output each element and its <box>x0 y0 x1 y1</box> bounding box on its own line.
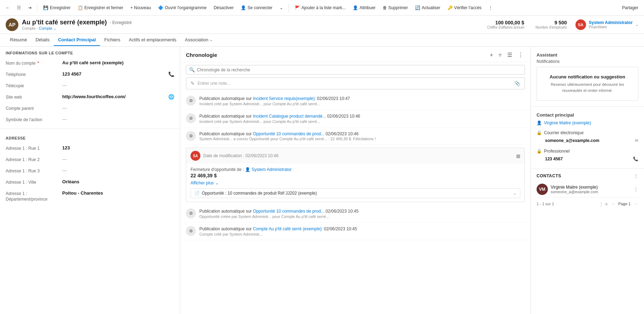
timeline-actions: + ▿ ☰ ⋮ <box>488 51 525 59</box>
tab-association[interactable]: Association ⌄ <box>181 34 217 46</box>
contact-card-more-button[interactable]: ⋮ <box>633 186 638 192</box>
contact-link[interactable]: 👤 Virginie Maitre (exemple) <box>537 120 638 125</box>
search-input[interactable] <box>197 67 522 72</box>
share-button[interactable]: Partager <box>619 4 641 12</box>
grid-icon: ☷ <box>17 5 21 10</box>
pagination-first-button[interactable]: ❘◄ <box>598 200 609 207</box>
save-close-icon: 📋 <box>78 5 83 10</box>
employees-label: Nombre d'employés <box>535 25 567 29</box>
deactivate-button[interactable]: Désactiver <box>211 4 236 12</box>
view-button[interactable]: ☷ <box>14 4 24 12</box>
contact-principal-title: Contact principal <box>537 112 638 118</box>
globe-icon[interactable]: 🌐 <box>168 94 174 100</box>
tab-actifs[interactable]: Actifs et emplacements <box>125 34 181 46</box>
tab-details[interactable]: Détails <box>31 34 54 46</box>
assign-icon: 👤 <box>353 5 358 10</box>
link-chevron-icon[interactable]: ⌄ <box>513 191 516 196</box>
record-title-area: Au p'tit café serré (exemple) - Enregist… <box>22 19 131 30</box>
account-name-value[interactable]: Au p'tit café serré (exemple) <box>62 60 174 65</box>
contacts-section: CONTACTS ⋮ VM Virginie Maitre (exemple) … <box>531 169 644 214</box>
pagination-prev-button[interactable]: ← <box>610 200 617 207</box>
delete-button[interactable]: 🗑 Supprimer <box>380 4 411 12</box>
contact-name-0[interactable]: Virginie Maitre (exemple) <box>551 185 631 190</box>
field-row-telephone: Téléphone 123 4567 📞 <box>0 69 180 81</box>
rue2-value[interactable]: --- <box>62 156 174 162</box>
connect-button[interactable]: 👤 Se connecter <box>238 4 275 12</box>
owner-chevron-icon[interactable]: ⌄ <box>636 23 638 26</box>
pencil-icon: ✎ <box>191 81 195 86</box>
contacts-header: CONTACTS ⋮ <box>537 173 638 179</box>
copy-icon[interactable]: ▦ <box>516 153 520 159</box>
parent-value[interactable]: --- <box>62 105 174 111</box>
symbol-value[interactable]: --- <box>62 117 174 122</box>
back-icon: ← <box>6 5 10 10</box>
separator2 <box>289 4 289 12</box>
field-row-parent: Compte parent --- <box>0 103 180 114</box>
phone-icon[interactable]: 📞 <box>168 71 174 77</box>
show-more-button[interactable]: Afficher plus ⌄ <box>191 180 520 185</box>
timeline-entry-content-4: Publication automatique sur Opportunité … <box>199 208 525 219</box>
telephone-value[interactable]: 123 4567 <box>62 71 165 77</box>
timeline-filter-button[interactable]: ▿ <box>497 51 503 59</box>
tab-fichiers[interactable]: Fichiers <box>100 34 125 46</box>
owner-label: Propriétaire <box>589 25 633 29</box>
contacts-more-button[interactable]: ⋮ <box>633 173 638 179</box>
timeline-add-button[interactable]: + <box>488 51 494 59</box>
field-row-symbol: Symbole de l'action --- <box>0 114 180 126</box>
tab-resume[interactable]: Résumé <box>6 34 31 46</box>
more-icon: ⋮ <box>488 5 493 10</box>
annual-revenue-metric: 100 000,00 $ Chiffre d'affaires annuel <box>487 20 524 29</box>
timeline-block-link[interactable]: 📄 Opportunité : 10 commandes de produit … <box>191 188 520 198</box>
tab-contact-principal[interactable]: Contact Principal <box>54 34 100 46</box>
connect-chevron[interactable]: ⌄ <box>277 4 286 12</box>
telecopie-value[interactable]: --- <box>62 83 174 88</box>
contacts-pagination: 1 - 1 sur 1 ❘◄ ← Page 1 → <box>537 197 638 210</box>
add-list-button[interactable]: 🚩 Ajouter à la liste mark... <box>292 4 349 12</box>
toolbar: ← ☷ ⇥ 💾 Enregistrer 📋 Enregistrer et fer… <box>0 0 644 16</box>
more-button[interactable]: ⋮ <box>486 4 496 12</box>
timeline-more-button[interactable]: ⋮ <box>516 51 525 59</box>
contact-card-0: VM Virginie Maitre (exemple) someone_a@e… <box>537 182 638 197</box>
owner-name[interactable]: System Administrator <box>589 20 633 25</box>
no-notification-title: Aucune notification ou suggestion <box>543 74 632 79</box>
ville-value[interactable]: Orléans <box>62 179 174 184</box>
contact-email-0: someone_a@example.com <box>551 190 631 194</box>
save-button[interactable]: 💾 Enregistrer <box>40 4 74 12</box>
check-access-button[interactable]: 🔑 Vérifier l'accès <box>445 4 485 12</box>
employees-value: 9 500 <box>555 20 567 25</box>
timeline-search-bar[interactable]: 🔍 <box>186 65 525 75</box>
save-close-button[interactable]: 📋 Enregistrer et fermer <box>75 4 126 12</box>
timeline-list-button[interactable]: ☰ <box>506 51 514 59</box>
timeline-entry-4: ⚙ Publication automatique sur Opportunit… <box>180 205 531 223</box>
rue1-value[interactable]: 123 <box>62 145 174 150</box>
add-list-icon: 🚩 <box>295 5 300 10</box>
delete-icon: 🗑 <box>383 5 387 10</box>
email-action-icon[interactable]: ✉ <box>635 138 638 143</box>
rue3-value[interactable]: --- <box>62 168 174 173</box>
attachment-icon[interactable]: 📎 <box>514 81 520 86</box>
note-input-area[interactable]: ✎ Entrer une note... 📎 <box>186 77 525 89</box>
subtitle-chevron-icon[interactable]: ⌄ <box>53 26 56 30</box>
field-row-telecopie: Télécopie --- <box>0 81 180 92</box>
tab-button[interactable]: ⇥ <box>25 4 34 12</box>
annual-revenue-value: 100 000,00 $ <box>495 20 524 25</box>
refresh-button[interactable]: 🔄 Actualiser <box>412 4 443 12</box>
pagination-next-button[interactable]: → <box>632 200 638 207</box>
org-chart-button[interactable]: 🔷 Ouvrir l'organigramme <box>155 4 209 12</box>
page-title: Au p'tit café serré (exemple) <box>22 19 107 26</box>
website-value[interactable]: http://www.fourthcoffee.com/ <box>62 94 165 99</box>
section-account-info: INFORMATIONS SUR LE COMPTE <box>0 47 180 58</box>
required-indicator: * <box>37 61 39 66</box>
timeline-entry-icon-5: ⚙ <box>186 226 196 236</box>
field-row-account-name: Nom du compte * Au p'tit café serré (exe… <box>0 58 180 69</box>
assign-button[interactable]: 👤 Attribuer <box>350 4 378 12</box>
section-address: ADRESSE <box>0 132 180 143</box>
timeline-title: Chronologie <box>186 52 488 58</box>
divider1 <box>0 129 180 129</box>
phone-action-icon[interactable]: 📞 <box>633 156 638 161</box>
tab-icon: ⇥ <box>28 5 31 10</box>
new-button[interactable]: + Nouveau <box>128 4 154 12</box>
province-value[interactable]: Poitou - Charentes <box>62 190 174 196</box>
back-button[interactable]: ← <box>3 4 13 12</box>
connect-icon: 👤 <box>241 5 246 10</box>
